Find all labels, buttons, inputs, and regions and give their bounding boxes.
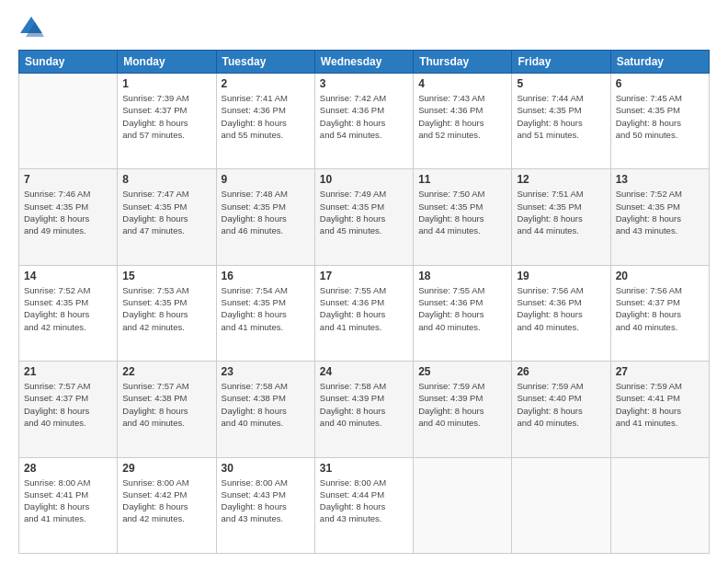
day-number: 23 <box>222 365 310 378</box>
day-number: 16 <box>222 270 310 282</box>
day-cell <box>512 457 610 553</box>
day-cell: 18Sunrise: 7:55 AM Sunset: 4:36 PM Dayli… <box>414 265 512 361</box>
day-number: 24 <box>320 365 408 378</box>
week-row-2: 14Sunrise: 7:52 AM Sunset: 4:35 PM Dayli… <box>19 265 710 361</box>
day-info: Sunrise: 7:52 AM Sunset: 4:35 PM Dayligh… <box>24 284 112 333</box>
day-cell: 19Sunrise: 7:56 AM Sunset: 4:36 PM Dayli… <box>512 265 610 361</box>
day-number: 30 <box>222 462 310 475</box>
day-info: Sunrise: 8:00 AM Sunset: 4:44 PM Dayligh… <box>320 477 408 525</box>
week-row-3: 21Sunrise: 7:57 AM Sunset: 4:37 PM Dayli… <box>19 362 710 457</box>
week-row-0: 1Sunrise: 7:39 AM Sunset: 4:37 PM Daylig… <box>19 74 710 169</box>
calendar: SundayMondayTuesdayWednesdayThursdayFrid… <box>18 50 710 554</box>
day-info: Sunrise: 7:45 AM Sunset: 4:35 PM Dayligh… <box>616 92 704 141</box>
day-cell: 3Sunrise: 7:42 AM Sunset: 4:36 PM Daylig… <box>314 74 413 169</box>
weekday-header-row: SundayMondayTuesdayWednesdayThursdayFrid… <box>19 51 710 74</box>
day-number: 9 <box>222 173 310 186</box>
weekday-monday: Monday <box>118 51 216 74</box>
day-number: 11 <box>418 173 506 186</box>
day-cell: 14Sunrise: 7:52 AM Sunset: 4:35 PM Dayli… <box>19 265 118 361</box>
week-row-1: 7Sunrise: 7:46 AM Sunset: 4:35 PM Daylig… <box>19 169 710 265</box>
day-info: Sunrise: 7:59 AM Sunset: 4:41 PM Dayligh… <box>616 380 704 429</box>
day-number: 4 <box>418 77 506 90</box>
day-cell: 15Sunrise: 7:53 AM Sunset: 4:35 PM Dayli… <box>118 265 216 361</box>
day-number: 15 <box>122 270 210 282</box>
day-info: Sunrise: 8:00 AM Sunset: 4:43 PM Dayligh… <box>222 477 310 525</box>
day-info: Sunrise: 7:57 AM Sunset: 4:37 PM Dayligh… <box>24 380 112 429</box>
header <box>18 15 710 40</box>
day-number: 21 <box>24 365 112 378</box>
day-cell: 25Sunrise: 7:59 AM Sunset: 4:39 PM Dayli… <box>414 362 512 457</box>
day-cell: 7Sunrise: 7:46 AM Sunset: 4:35 PM Daylig… <box>19 169 118 265</box>
day-number: 22 <box>122 365 210 378</box>
day-cell: 17Sunrise: 7:55 AM Sunset: 4:36 PM Dayli… <box>314 265 413 361</box>
day-cell: 28Sunrise: 8:00 AM Sunset: 4:41 PM Dayli… <box>19 457 118 553</box>
day-info: Sunrise: 7:49 AM Sunset: 4:35 PM Dayligh… <box>320 188 408 236</box>
weekday-thursday: Thursday <box>414 51 512 74</box>
day-info: Sunrise: 7:41 AM Sunset: 4:36 PM Dayligh… <box>222 92 310 141</box>
day-info: Sunrise: 7:46 AM Sunset: 4:35 PM Dayligh… <box>24 188 112 236</box>
day-cell: 5Sunrise: 7:44 AM Sunset: 4:35 PM Daylig… <box>512 74 610 169</box>
day-cell: 1Sunrise: 7:39 AM Sunset: 4:37 PM Daylig… <box>118 74 216 169</box>
day-cell: 13Sunrise: 7:52 AM Sunset: 4:35 PM Dayli… <box>610 169 709 265</box>
day-info: Sunrise: 8:00 AM Sunset: 4:41 PM Dayligh… <box>24 477 112 525</box>
day-number: 5 <box>517 77 605 90</box>
day-number: 29 <box>122 462 210 475</box>
day-info: Sunrise: 7:55 AM Sunset: 4:36 PM Dayligh… <box>418 284 506 333</box>
day-cell: 29Sunrise: 8:00 AM Sunset: 4:42 PM Dayli… <box>118 457 216 553</box>
day-number: 27 <box>616 365 704 378</box>
day-number: 18 <box>418 270 506 282</box>
day-info: Sunrise: 7:50 AM Sunset: 4:35 PM Dayligh… <box>418 188 506 236</box>
page: SundayMondayTuesdayWednesdayThursdayFrid… <box>0 0 728 563</box>
day-info: Sunrise: 7:56 AM Sunset: 4:37 PM Dayligh… <box>616 284 704 333</box>
day-number: 13 <box>616 173 704 186</box>
day-cell: 20Sunrise: 7:56 AM Sunset: 4:37 PM Dayli… <box>610 265 709 361</box>
day-cell: 30Sunrise: 8:00 AM Sunset: 4:43 PM Dayli… <box>216 457 314 553</box>
day-cell: 16Sunrise: 7:54 AM Sunset: 4:35 PM Dayli… <box>216 265 314 361</box>
day-number: 14 <box>24 270 112 282</box>
day-info: Sunrise: 7:56 AM Sunset: 4:36 PM Dayligh… <box>517 284 605 333</box>
calendar-header: SundayMondayTuesdayWednesdayThursdayFrid… <box>19 51 710 74</box>
day-info: Sunrise: 7:47 AM Sunset: 4:35 PM Dayligh… <box>122 188 210 236</box>
day-number: 6 <box>616 77 704 90</box>
day-info: Sunrise: 7:42 AM Sunset: 4:36 PM Dayligh… <box>320 92 408 141</box>
day-number: 17 <box>320 270 408 282</box>
logo <box>18 15 50 40</box>
day-cell: 2Sunrise: 7:41 AM Sunset: 4:36 PM Daylig… <box>216 74 314 169</box>
day-info: Sunrise: 7:54 AM Sunset: 4:35 PM Dayligh… <box>222 284 310 333</box>
day-info: Sunrise: 7:58 AM Sunset: 4:39 PM Dayligh… <box>320 380 408 429</box>
day-info: Sunrise: 7:58 AM Sunset: 4:38 PM Dayligh… <box>222 380 310 429</box>
day-cell: 21Sunrise: 7:57 AM Sunset: 4:37 PM Dayli… <box>19 362 118 457</box>
day-number: 28 <box>24 462 112 475</box>
day-number: 2 <box>222 77 310 90</box>
day-info: Sunrise: 7:48 AM Sunset: 4:35 PM Dayligh… <box>222 188 310 236</box>
day-cell: 10Sunrise: 7:49 AM Sunset: 4:35 PM Dayli… <box>314 169 413 265</box>
day-cell: 9Sunrise: 7:48 AM Sunset: 4:35 PM Daylig… <box>216 169 314 265</box>
day-cell: 4Sunrise: 7:43 AM Sunset: 4:36 PM Daylig… <box>414 74 512 169</box>
day-info: Sunrise: 7:59 AM Sunset: 4:39 PM Dayligh… <box>418 380 506 429</box>
day-number: 1 <box>122 77 210 90</box>
logo-icon <box>18 15 44 40</box>
week-row-4: 28Sunrise: 8:00 AM Sunset: 4:41 PM Dayli… <box>19 457 710 553</box>
weekday-sunday: Sunday <box>19 51 118 74</box>
calendar-body: 1Sunrise: 7:39 AM Sunset: 4:37 PM Daylig… <box>19 74 710 554</box>
day-info: Sunrise: 7:59 AM Sunset: 4:40 PM Dayligh… <box>517 380 605 429</box>
day-number: 12 <box>517 173 605 186</box>
weekday-tuesday: Tuesday <box>216 51 314 74</box>
day-cell <box>610 457 709 553</box>
weekday-friday: Friday <box>512 51 610 74</box>
day-cell: 11Sunrise: 7:50 AM Sunset: 4:35 PM Dayli… <box>414 169 512 265</box>
weekday-saturday: Saturday <box>610 51 709 74</box>
day-cell: 27Sunrise: 7:59 AM Sunset: 4:41 PM Dayli… <box>610 362 709 457</box>
day-info: Sunrise: 7:57 AM Sunset: 4:38 PM Dayligh… <box>122 380 210 429</box>
day-number: 20 <box>616 270 704 282</box>
day-cell: 22Sunrise: 7:57 AM Sunset: 4:38 PM Dayli… <box>118 362 216 457</box>
day-cell: 24Sunrise: 7:58 AM Sunset: 4:39 PM Dayli… <box>314 362 413 457</box>
day-cell: 31Sunrise: 8:00 AM Sunset: 4:44 PM Dayli… <box>314 457 413 553</box>
day-number: 10 <box>320 173 408 186</box>
day-info: Sunrise: 7:52 AM Sunset: 4:35 PM Dayligh… <box>616 188 704 236</box>
day-info: Sunrise: 8:00 AM Sunset: 4:42 PM Dayligh… <box>122 477 210 525</box>
day-number: 25 <box>418 365 506 378</box>
day-number: 7 <box>24 173 112 186</box>
day-cell: 6Sunrise: 7:45 AM Sunset: 4:35 PM Daylig… <box>610 74 709 169</box>
day-info: Sunrise: 7:53 AM Sunset: 4:35 PM Dayligh… <box>122 284 210 333</box>
